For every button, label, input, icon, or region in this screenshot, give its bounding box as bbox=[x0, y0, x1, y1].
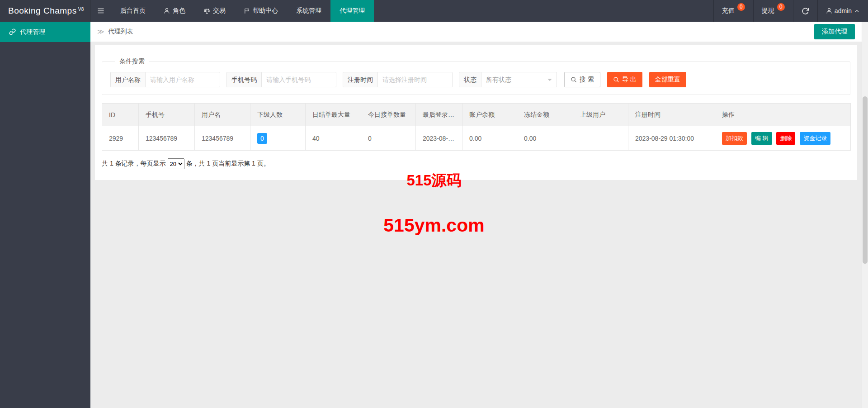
select-caret-icon bbox=[547, 79, 552, 83]
breadcrumb-separator-icon: ≫ bbox=[97, 28, 104, 36]
chevron-up-icon bbox=[854, 8, 860, 14]
col-header-id: ID bbox=[102, 104, 139, 126]
col-header-balance: 账户余额 bbox=[462, 104, 517, 126]
user-icon bbox=[164, 8, 170, 14]
cell-parent-user bbox=[573, 126, 628, 151]
fund-records-button[interactable]: 资金记录 bbox=[800, 132, 830, 145]
username-input-group: 用户名称 bbox=[110, 72, 220, 87]
status-label: 状态 bbox=[459, 72, 481, 87]
cell-subordinates: 0 bbox=[250, 126, 306, 151]
user-icon bbox=[826, 8, 832, 14]
recharge-menu-item[interactable]: 充值 0 bbox=[713, 0, 753, 22]
sidebar-item-agent-management[interactable]: 代理管理 bbox=[0, 22, 90, 42]
link-icon bbox=[9, 28, 16, 35]
top-navbar: Booking Champs V8 后台首页 角色 bbox=[0, 0, 868, 22]
content-card: 条件搜索 用户名称 手机号码 注册时间 状态 所有状态 bbox=[95, 45, 857, 180]
col-header-frozen-amount: 冻结金额 bbox=[517, 104, 573, 126]
scrollbar-thumb[interactable] bbox=[863, 96, 868, 264]
phone-input[interactable] bbox=[261, 72, 336, 87]
search-form-row: 用户名称 手机号码 注册时间 状态 所有状态 bbox=[110, 72, 842, 87]
col-header-parent-user: 上级用户 bbox=[573, 104, 628, 126]
cell-id: 2929 bbox=[102, 126, 139, 151]
search-panel: 条件搜索 用户名称 手机号码 注册时间 状态 所有状态 bbox=[102, 57, 850, 95]
nav-item-dashboard[interactable]: 后台首页 bbox=[111, 0, 155, 22]
pagination-prefix: 共 1 条记录，每页显示 bbox=[102, 160, 166, 168]
cell-frozen-amount: 0.00 bbox=[517, 126, 573, 151]
search-icon bbox=[613, 76, 619, 83]
cell-daily-order-max: 40 bbox=[306, 126, 361, 151]
app-logo-version: V8 bbox=[78, 7, 84, 12]
register-time-label: 注册时间 bbox=[343, 72, 377, 87]
status-select-group: 状态 所有状态 bbox=[459, 72, 557, 87]
register-time-input-group: 注册时间 bbox=[343, 72, 453, 87]
refresh-button[interactable] bbox=[793, 0, 817, 22]
breadcrumb-current: 代理列表 bbox=[108, 28, 133, 36]
delete-button[interactable]: 删除 bbox=[776, 132, 795, 145]
nav-item-help-center[interactable]: 帮助中心 bbox=[235, 0, 287, 22]
app-logo-text: Booking Champs bbox=[8, 6, 77, 16]
reset-all-button[interactable]: 全部重置 bbox=[649, 72, 686, 87]
sidebar: 代理管理 bbox=[0, 22, 90, 408]
username-label: admin bbox=[835, 7, 852, 14]
subordinate-count-badge[interactable]: 0 bbox=[257, 133, 267, 144]
export-button[interactable]: 导 出 bbox=[607, 72, 642, 87]
col-header-subordinates: 下级人数 bbox=[250, 104, 306, 126]
col-header-actions: 操作 bbox=[715, 104, 851, 126]
status-select-value: 所有状态 bbox=[486, 76, 511, 83]
add-agent-button[interactable]: 添加代理 bbox=[814, 24, 855, 39]
breadcrumb-bar: ≫ 代理列表 添加代理 bbox=[90, 22, 862, 42]
cell-register-time: 2023-08-29 01:30:00 bbox=[628, 126, 715, 151]
username-input[interactable] bbox=[145, 72, 220, 87]
cell-actions: 加扣款 编 辑 删除 资金记录 bbox=[715, 126, 851, 151]
navbar-right: 充值 0 提现 0 admin bbox=[713, 0, 868, 22]
col-header-phone: 手机号 bbox=[139, 104, 195, 126]
nav-item-transactions[interactable]: 交易 bbox=[194, 0, 235, 22]
status-select[interactable]: 所有状态 bbox=[481, 72, 557, 87]
withdraw-menu-item[interactable]: 提现 0 bbox=[753, 0, 793, 22]
search-button[interactable]: 搜 索 bbox=[564, 72, 600, 87]
search-icon bbox=[571, 76, 577, 83]
menu-toggle-icon[interactable] bbox=[90, 0, 111, 22]
pagination-suffix: 条，共 1 页当前显示第 1 页。 bbox=[186, 160, 270, 168]
table-header-row: ID 手机号 用户名 下级人数 日结单最大量 今日接单数量 最后登录时... 账… bbox=[102, 104, 851, 126]
user-menu[interactable]: admin bbox=[817, 0, 868, 22]
page-size-select[interactable]: 20 bbox=[168, 158, 184, 169]
col-header-today-orders: 今日接单数量 bbox=[361, 104, 416, 126]
sidebar-item-label: 代理管理 bbox=[20, 28, 45, 36]
col-header-last-login: 最后登录时... bbox=[416, 104, 462, 126]
phone-input-group: 手机号码 bbox=[226, 72, 336, 87]
app-logo: Booking Champs V8 bbox=[0, 0, 90, 22]
cell-username: 123456789 bbox=[195, 126, 250, 151]
cell-balance: 0.00 bbox=[462, 126, 517, 151]
phone-label: 手机号码 bbox=[226, 72, 261, 87]
cell-phone: 123456789 bbox=[139, 126, 195, 151]
scales-icon bbox=[203, 8, 210, 14]
flag-icon bbox=[244, 8, 250, 14]
register-time-input[interactable] bbox=[377, 72, 453, 87]
main-content: ≫ 代理列表 添加代理 条件搜索 用户名称 手机号码 注册时间 bbox=[90, 22, 862, 408]
edit-button[interactable]: 编 辑 bbox=[751, 132, 772, 145]
nav-item-system-management[interactable]: 系统管理 bbox=[287, 0, 330, 22]
search-panel-legend: 条件搜索 bbox=[115, 57, 149, 66]
withdraw-badge: 0 bbox=[777, 3, 785, 11]
agents-table: ID 手机号 用户名 下级人数 日结单最大量 今日接单数量 最后登录时... 账… bbox=[102, 103, 851, 151]
cell-last-login: 2023-08-2... bbox=[416, 126, 462, 151]
table-row: 2929 123456789 123456789 0 40 0 2023-08-… bbox=[102, 126, 851, 151]
col-header-username: 用户名 bbox=[195, 104, 250, 126]
col-header-register-time: 注册时间 bbox=[628, 104, 715, 126]
cell-today-orders: 0 bbox=[361, 126, 416, 151]
username-label: 用户名称 bbox=[110, 72, 145, 87]
recharge-badge: 0 bbox=[737, 3, 745, 11]
nav-item-agent-management[interactable]: 代理管理 bbox=[330, 0, 374, 22]
refresh-icon bbox=[802, 7, 809, 15]
adjust-funds-button[interactable]: 加扣款 bbox=[722, 132, 747, 145]
nav-item-roles[interactable]: 角色 bbox=[155, 0, 194, 22]
col-header-daily-order-max: 日结单最大量 bbox=[306, 104, 361, 126]
pagination: 共 1 条记录，每页显示 20 条，共 1 页当前显示第 1 页。 bbox=[102, 158, 850, 169]
main-menu: 后台首页 角色 交易 bbox=[111, 0, 374, 22]
vertical-scrollbar[interactable] bbox=[862, 22, 868, 408]
